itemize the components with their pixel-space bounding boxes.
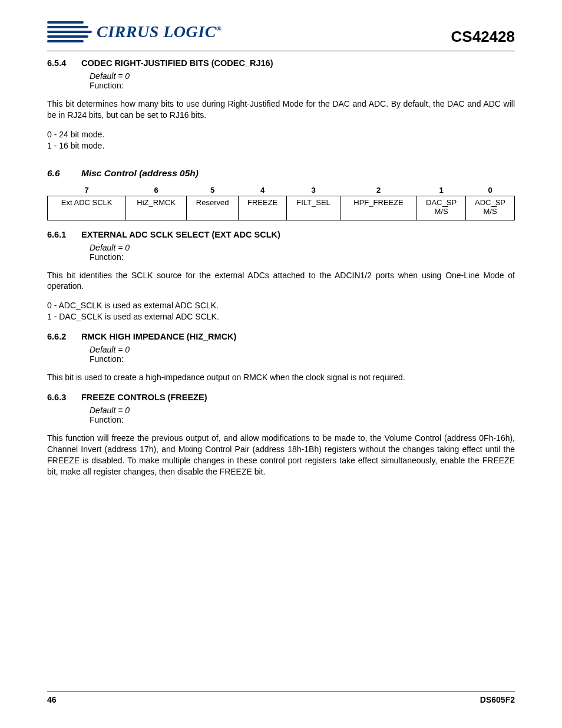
section-661-heading: 6.6.1 EXTERNAL ADC SCLK SELECT (EXT ADC … bbox=[47, 230, 515, 239]
function-label: Function: bbox=[90, 252, 515, 262]
value-0: 0 - ADC_SCLK is used as external ADC SCL… bbox=[47, 300, 515, 311]
section-663-heading: 6.6.3 FREEZE CONTROLS (FREEZE) bbox=[47, 393, 515, 402]
bit-header: 6 bbox=[126, 185, 187, 196]
default-value: Default = 0 bbox=[90, 406, 515, 415]
section-662-heading: 6.6.2 RMCK HIGH IMPEDANCE (HIZ_RMCK) bbox=[47, 332, 515, 341]
section-663-para: This function will freeze the previous o… bbox=[47, 433, 515, 477]
default-value: Default = 0 bbox=[90, 345, 515, 354]
bit-header: 3 bbox=[287, 185, 340, 196]
page-number: 46 bbox=[47, 695, 57, 704]
value-1: 1 - DAC_SCLK is used as external ADC SCL… bbox=[47, 311, 515, 322]
bit-header: 7 bbox=[48, 185, 126, 196]
section-654-para: This bit determines how many bits to use… bbox=[47, 98, 515, 121]
section-662-para: This bit is used to create a high-impeda… bbox=[47, 372, 515, 383]
svg-rect-1 bbox=[47, 26, 88, 28]
bit-0-name: ADC_SP M/S bbox=[466, 196, 515, 220]
bit-1-name: DAC_SP M/S bbox=[417, 196, 466, 220]
section-title: RMCK HIGH IMPEDANCE (HIZ_RMCK) bbox=[81, 332, 236, 341]
default-value: Default = 0 bbox=[90, 71, 515, 81]
function-label: Function: bbox=[90, 415, 515, 424]
bit-header: 5 bbox=[187, 185, 239, 196]
document-id: DS605F2 bbox=[480, 695, 515, 704]
section-66-heading: 6.6 Misc Control (address 05h) bbox=[47, 168, 515, 179]
section-661-para: This bit identifies the SCLK source for … bbox=[47, 270, 515, 292]
section-654-heading: 6.5.4 CODEC RIGHT-JUSTIFIED BITS (CODEC_… bbox=[47, 58, 515, 68]
svg-rect-2 bbox=[47, 31, 92, 33]
section-number: 6.6.2 bbox=[47, 332, 81, 341]
page-footer: 46 DS605F2 bbox=[47, 691, 515, 704]
svg-rect-3 bbox=[47, 35, 88, 38]
value-1: 1 - 16 bit mode. bbox=[47, 140, 515, 151]
section-number: 6.6 bbox=[47, 168, 81, 179]
wave-icon bbox=[47, 18, 94, 46]
svg-rect-0 bbox=[47, 21, 84, 24]
section-number: 6.6.1 bbox=[47, 230, 81, 239]
bit-6-name: HiZ_RMCK bbox=[126, 196, 187, 220]
bit-5-name: Reserved bbox=[187, 196, 239, 220]
value-0: 0 - 24 bit mode. bbox=[47, 129, 515, 140]
section-title: CODEC RIGHT-JUSTIFIED BITS (CODEC_RJ16) bbox=[81, 58, 273, 68]
bit-header: 2 bbox=[340, 185, 417, 196]
bit-header: 0 bbox=[466, 185, 515, 196]
reg-mark: ® bbox=[216, 25, 222, 33]
function-label: Function: bbox=[90, 354, 515, 364]
bit-header: 1 bbox=[417, 185, 466, 196]
section-number: 6.5.4 bbox=[47, 58, 81, 68]
function-label: Function: bbox=[90, 81, 515, 90]
brand-text: CIRRUS LOGIC bbox=[97, 22, 216, 41]
register-bit-table: 7 6 5 4 3 2 1 0 Ext ADC SCLK HiZ_RMCK Re… bbox=[47, 185, 515, 220]
page-header: CIRRUS LOGIC® CS42428 bbox=[47, 18, 515, 51]
bit-2-name: HPF_FREEZE bbox=[340, 196, 417, 220]
section-title: EXTERNAL ADC SCLK SELECT (EXT ADC SCLK) bbox=[81, 230, 280, 239]
svg-rect-4 bbox=[47, 40, 84, 42]
bit-4-name: FREEZE bbox=[239, 196, 287, 220]
brand-logo: CIRRUS LOGIC® bbox=[47, 18, 222, 46]
section-title: Misc Control (address 05h) bbox=[81, 168, 199, 179]
default-value: Default = 0 bbox=[90, 243, 515, 252]
section-title: FREEZE CONTROLS (FREEZE) bbox=[81, 393, 207, 402]
bit-3-name: FILT_SEL bbox=[287, 196, 340, 220]
bit-header: 4 bbox=[239, 185, 287, 196]
bit-7-name: Ext ADC SCLK bbox=[48, 196, 126, 220]
section-number: 6.6.3 bbox=[47, 393, 81, 402]
part-number: CS42428 bbox=[451, 28, 515, 46]
